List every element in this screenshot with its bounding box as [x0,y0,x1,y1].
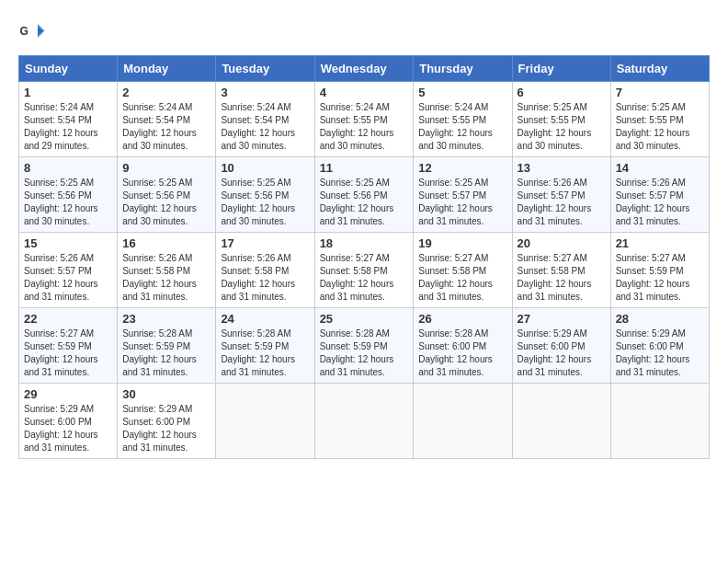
day-number: 4 [320,86,409,99]
calendar-cell: 3 Sunrise: 5:24 AMSunset: 5:54 PMDayligh… [216,82,314,157]
calendar-header-friday: Friday [512,56,610,82]
calendar-week-row: 29 Sunrise: 5:29 AMSunset: 6:00 PMDaylig… [19,384,710,459]
calendar-cell [512,384,610,459]
day-info: Sunrise: 5:25 AMSunset: 5:56 PMDaylight:… [122,178,197,226]
calendar-cell: 15 Sunrise: 5:26 AMSunset: 5:57 PMDaylig… [19,233,118,308]
calendar-cell: 12 Sunrise: 5:25 AMSunset: 5:57 PMDaylig… [414,157,512,233]
day-info: Sunrise: 5:25 AMSunset: 5:55 PMDaylight:… [616,102,690,151]
calendar-cell: 6 Sunrise: 5:25 AMSunset: 5:55 PMDayligh… [512,82,610,157]
calendar-cell [610,384,709,459]
calendar-cell: 28 Sunrise: 5:29 AMSunset: 6:00 PMDaylig… [610,308,709,384]
calendar-cell: 2 Sunrise: 5:24 AMSunset: 5:54 PMDayligh… [118,82,216,157]
logo-container: G [18,18,50,46]
calendar-cell: 17 Sunrise: 5:26 AMSunset: 5:58 PMDaylig… [216,233,314,308]
day-info: Sunrise: 5:26 AMSunset: 5:58 PMDaylight:… [221,253,295,302]
calendar-cell: 23 Sunrise: 5:28 AMSunset: 5:59 PMDaylig… [118,308,216,384]
calendar-cell [314,384,414,459]
day-number: 23 [122,312,210,326]
day-info: Sunrise: 5:24 AMSunset: 5:54 PMDaylight:… [221,102,295,151]
calendar-week-row: 15 Sunrise: 5:26 AMSunset: 5:57 PMDaylig… [19,233,710,308]
day-number: 26 [418,312,506,326]
day-number: 18 [320,236,409,250]
day-info: Sunrise: 5:27 AMSunset: 5:59 PMDaylight:… [24,328,98,377]
day-number: 28 [616,312,704,326]
day-info: Sunrise: 5:29 AMSunset: 6:00 PMDaylight:… [122,404,197,453]
calendar-cell: 10 Sunrise: 5:25 AMSunset: 5:56 PMDaylig… [216,157,314,233]
day-number: 12 [418,161,506,175]
calendar-cell: 19 Sunrise: 5:27 AMSunset: 5:58 PMDaylig… [414,233,512,308]
day-info: Sunrise: 5:27 AMSunset: 5:58 PMDaylight:… [320,253,394,302]
calendar-cell: 1 Sunrise: 5:24 AMSunset: 5:54 PMDayligh… [19,82,118,157]
day-info: Sunrise: 5:28 AMSunset: 6:00 PMDaylight:… [418,328,493,377]
calendar-cell: 18 Sunrise: 5:27 AMSunset: 5:58 PMDaylig… [314,233,414,308]
day-number: 20 [518,236,606,250]
day-number: 15 [24,236,112,250]
calendar-header-monday: Monday [118,56,216,82]
calendar-cell: 4 Sunrise: 5:24 AMSunset: 5:55 PMDayligh… [314,82,414,157]
day-info: Sunrise: 5:27 AMSunset: 5:58 PMDaylight:… [418,253,493,302]
day-info: Sunrise: 5:26 AMSunset: 5:57 PMDaylight:… [518,178,592,226]
day-number: 13 [518,161,606,175]
day-info: Sunrise: 5:24 AMSunset: 5:54 PMDaylight:… [24,102,98,151]
day-info: Sunrise: 5:26 AMSunset: 5:57 PMDaylight:… [616,178,690,226]
day-number: 5 [418,86,506,99]
calendar-table: SundayMondayTuesdayWednesdayThursdayFrid… [18,55,710,459]
calendar-header-wednesday: Wednesday [314,56,414,82]
calendar-cell: 7 Sunrise: 5:25 AMSunset: 5:55 PMDayligh… [610,82,709,157]
calendar-cell: 21 Sunrise: 5:27 AMSunset: 5:59 PMDaylig… [610,233,709,308]
day-number: 19 [418,236,506,250]
calendar-cell: 26 Sunrise: 5:28 AMSunset: 6:00 PMDaylig… [414,308,512,384]
day-number: 11 [320,161,409,175]
day-number: 9 [122,161,210,175]
calendar-cell: 11 Sunrise: 5:25 AMSunset: 5:56 PMDaylig… [314,157,414,233]
day-number: 7 [616,86,704,99]
calendar-week-row: 8 Sunrise: 5:25 AMSunset: 5:56 PMDayligh… [19,157,710,233]
day-number: 16 [122,236,210,250]
calendar-header-row: SundayMondayTuesdayWednesdayThursdayFrid… [19,56,710,82]
calendar-cell: 9 Sunrise: 5:25 AMSunset: 5:56 PMDayligh… [118,157,216,233]
day-info: Sunrise: 5:25 AMSunset: 5:56 PMDaylight:… [24,178,98,226]
calendar-week-row: 1 Sunrise: 5:24 AMSunset: 5:54 PMDayligh… [19,82,710,157]
header: G [18,18,710,46]
day-info: Sunrise: 5:24 AMSunset: 5:54 PMDaylight:… [122,102,197,151]
calendar-cell: 20 Sunrise: 5:27 AMSunset: 5:58 PMDaylig… [512,233,610,308]
calendar-cell: 14 Sunrise: 5:26 AMSunset: 5:57 PMDaylig… [610,157,709,233]
calendar-cell [414,384,512,459]
day-number: 30 [122,387,210,401]
day-number: 1 [24,86,112,99]
day-info: Sunrise: 5:28 AMSunset: 5:59 PMDaylight:… [221,328,295,377]
calendar-cell: 25 Sunrise: 5:28 AMSunset: 5:59 PMDaylig… [314,308,414,384]
day-number: 2 [122,86,210,99]
calendar-cell: 29 Sunrise: 5:29 AMSunset: 6:00 PMDaylig… [19,384,118,459]
calendar-cell: 24 Sunrise: 5:28 AMSunset: 5:59 PMDaylig… [216,308,314,384]
day-number: 10 [221,161,309,175]
day-number: 21 [616,236,704,250]
day-number: 27 [518,312,606,326]
day-number: 6 [518,86,606,99]
day-number: 3 [221,86,309,99]
day-info: Sunrise: 5:24 AMSunset: 5:55 PMDaylight:… [320,102,394,151]
day-number: 25 [320,312,409,326]
day-info: Sunrise: 5:29 AMSunset: 6:00 PMDaylight:… [24,404,98,453]
day-info: Sunrise: 5:28 AMSunset: 5:59 PMDaylight:… [122,328,197,377]
day-number: 17 [221,236,309,250]
calendar-header-sunday: Sunday [19,56,118,82]
day-info: Sunrise: 5:24 AMSunset: 5:55 PMDaylight:… [418,102,493,151]
svg-text:G: G [20,25,28,38]
day-number: 8 [24,161,112,175]
calendar-cell: 8 Sunrise: 5:25 AMSunset: 5:56 PMDayligh… [19,157,118,233]
calendar-cell [216,384,314,459]
day-info: Sunrise: 5:29 AMSunset: 6:00 PMDaylight:… [518,328,592,377]
day-info: Sunrise: 5:25 AMSunset: 5:56 PMDaylight:… [221,178,295,226]
day-info: Sunrise: 5:27 AMSunset: 5:59 PMDaylight:… [616,253,690,302]
day-number: 29 [24,387,112,401]
calendar-header-thursday: Thursday [414,56,512,82]
general-blue-icon: G [18,18,46,46]
day-info: Sunrise: 5:29 AMSunset: 6:00 PMDaylight:… [616,328,690,377]
calendar-cell: 22 Sunrise: 5:27 AMSunset: 5:59 PMDaylig… [19,308,118,384]
day-number: 14 [616,161,704,175]
calendar-header-tuesday: Tuesday [216,56,314,82]
day-info: Sunrise: 5:27 AMSunset: 5:58 PMDaylight:… [518,253,592,302]
calendar-cell: 30 Sunrise: 5:29 AMSunset: 6:00 PMDaylig… [118,384,216,459]
calendar-cell: 16 Sunrise: 5:26 AMSunset: 5:58 PMDaylig… [118,233,216,308]
